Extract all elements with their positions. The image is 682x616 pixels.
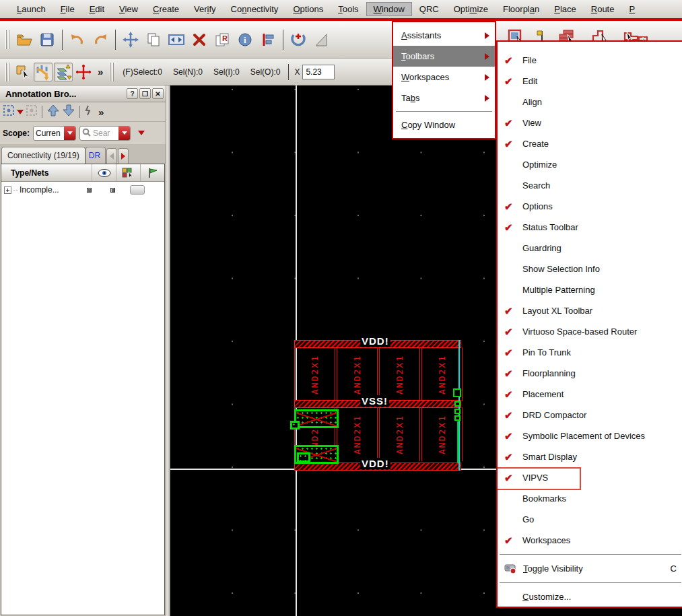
scope-dropdown-icon[interactable] <box>64 127 75 140</box>
tab-drc[interactable]: DR <box>86 147 106 164</box>
menu-view[interactable]: View <box>112 2 145 16</box>
toolbar-overflow[interactable]: » <box>94 66 107 77</box>
next-arrow-icon[interactable] <box>62 104 75 120</box>
menu-create[interactable]: Create <box>145 2 186 16</box>
zoom-to-fit-icon[interactable] <box>3 104 15 119</box>
close-button[interactable]: ✕ <box>152 88 164 99</box>
toolbars-submenu-item-floorplanning[interactable]: ✔Floorplanning <box>498 363 682 384</box>
toolbars-submenu-item-show-selection-info[interactable]: Show Selection Info <box>498 259 682 279</box>
toolbars-submenu-item-go[interactable]: Go <box>498 509 682 530</box>
visibility-eye-icon[interactable] <box>92 164 116 181</box>
toolbars-submenu-item-status-toolbar[interactable]: ✔Status Toolbar <box>498 217 682 238</box>
expand-icon[interactable] <box>4 186 11 194</box>
menu-verify[interactable]: Verify <box>186 2 224 16</box>
menu-options[interactable]: Options <box>285 2 331 16</box>
toolbars-submenu-item-toggle-visibility[interactable]: Toggle VisibilityC <box>498 558 682 579</box>
menu-edit[interactable]: Edit <box>82 2 112 16</box>
copy-icon[interactable] <box>143 29 164 50</box>
visibility-checkbox[interactable] <box>87 188 92 193</box>
toolbars-submenu-item-workspaces[interactable]: ✔Workspaces <box>498 530 682 551</box>
selectability-layers-icon[interactable] <box>116 164 140 181</box>
standard-cell[interactable]: AND2X1 <box>337 407 378 461</box>
float-button[interactable]: ❐ <box>139 88 151 99</box>
align-icon[interactable] <box>257 29 279 50</box>
undo-icon[interactable] <box>67 29 88 50</box>
menu-route[interactable]: Route <box>584 2 622 16</box>
selected-shape-1[interactable] <box>294 409 339 428</box>
toolbars-submenu-item-bookmarks[interactable]: Bookmarks <box>498 488 682 509</box>
tab-scroll-right-icon[interactable] <box>118 148 129 164</box>
previous-arrow-icon[interactable] <box>46 104 60 120</box>
menu-p[interactable]: P <box>621 2 642 16</box>
toolbars-submenu-item-optimize[interactable]: Optimize <box>498 154 682 175</box>
help-button[interactable]: ? <box>127 88 138 99</box>
toolbars-submenu-item-customize[interactable]: Customize... <box>498 586 682 607</box>
ruler-icon[interactable] <box>310 29 332 50</box>
redo-icon[interactable] <box>90 29 111 50</box>
zoom-selected-icon[interactable] <box>26 104 38 119</box>
stretch-icon[interactable] <box>166 29 187 50</box>
flag-column-icon[interactable] <box>140 164 164 181</box>
standard-cell[interactable]: AND2X1 <box>379 407 420 461</box>
selectability-checkbox[interactable] <box>110 188 115 193</box>
menu-floorplan[interactable]: Floorplan <box>496 2 547 16</box>
standard-cell[interactable]: AND2X1 <box>337 347 378 401</box>
open-icon[interactable] <box>13 29 35 50</box>
x-coordinate-input[interactable] <box>302 65 335 79</box>
window-menu-item-workspaces[interactable]: Workspaces <box>393 67 495 88</box>
probe-icon[interactable] <box>84 105 92 118</box>
window-menu-item-copy-window[interactable]: Copy Window <box>393 114 495 135</box>
menu-connectivity[interactable]: Connectivity <box>224 2 286 16</box>
selmode-icon[interactable] <box>13 63 32 81</box>
refresh-icon[interactable] <box>287 29 309 50</box>
standard-cell[interactable]: AND2X1 <box>294 347 335 401</box>
window-menu-item-tabs[interactable]: Tabs <box>393 88 495 108</box>
route-icon[interactable] <box>34 63 53 81</box>
search-dropdown-icon[interactable] <box>118 127 130 140</box>
toolbars-submenu-item-symbolic-placement-of-devices[interactable]: ✔Symbolic Placement of Devices <box>498 425 682 446</box>
selected-shape-2-notch[interactable] <box>297 452 310 463</box>
toolbars-submenu-item-guardring[interactable]: Guardring <box>498 238 682 259</box>
menu-qrc[interactable]: QRC <box>412 2 446 16</box>
toolbars-submenu-item-pin-to-trunk[interactable]: ✔Pin To Trunk <box>498 342 682 363</box>
flag-cell[interactable] <box>130 185 145 195</box>
panel-toolbar-overflow[interactable]: » <box>94 106 108 118</box>
toolbars-submenu-item-drd-compactor[interactable]: ✔DRD Compactor <box>498 405 682 425</box>
menu-file[interactable]: File <box>53 2 82 16</box>
query-icon[interactable]: i <box>234 29 256 50</box>
tree-row-incomplete-nets[interactable]: ·· Incomple... <box>1 182 164 198</box>
toolbars-submenu-item-edit[interactable]: ✔Edit <box>498 71 682 92</box>
move-icon[interactable] <box>120 29 141 50</box>
toolbars-submenu-item-options[interactable]: ✔Options <box>498 196 682 217</box>
toolbars-submenu-item-virtuoso-space-based-router[interactable]: ✔Virtuoso Space-based Router <box>498 321 682 342</box>
zoom-dropdown-arrow-icon[interactable] <box>17 110 24 114</box>
delete-icon[interactable] <box>189 29 210 50</box>
crosshair-icon[interactable] <box>74 63 93 81</box>
toolbars-submenu-item-align[interactable]: Align <box>498 92 682 112</box>
menu-tools[interactable]: Tools <box>331 2 366 16</box>
menu-window[interactable]: Window <box>366 2 412 16</box>
save-icon[interactable] <box>36 29 58 50</box>
toolbars-submenu-item-smart-display[interactable]: ✔Smart Display <box>498 446 682 467</box>
menu-optimize[interactable]: Optimize <box>446 2 496 16</box>
window-menu-item-toolbars[interactable]: Toolbars <box>393 46 495 67</box>
toolbars-submenu-item-create[interactable]: ✔Create <box>498 133 682 154</box>
net-pin-3[interactable] <box>454 409 461 414</box>
toolbars-submenu-item-multiple-patterning[interactable]: Multiple Patterning <box>498 279 682 300</box>
net-pin-2[interactable] <box>454 401 461 407</box>
toolbar-grip[interactable] <box>5 30 10 49</box>
menu-launch[interactable]: Launch <box>9 2 53 16</box>
type-nets-header[interactable]: Type/Nets <box>1 164 92 181</box>
properties-icon[interactable]: R <box>211 29 233 50</box>
scope-select[interactable]: Curren <box>33 126 76 141</box>
toolbars-submenu-item-file[interactable]: ✔File <box>498 50 682 71</box>
toolbars-submenu-item-vipvs[interactable]: ✔VIPVS <box>498 467 682 488</box>
menu-place[interactable]: Place <box>547 2 584 16</box>
tab-connectivity[interactable]: Connectivity (19/19) <box>1 147 86 164</box>
search-box[interactable]: Sear <box>79 126 131 141</box>
toolbar-grip[interactable] <box>110 63 114 81</box>
net-pin-1[interactable] <box>453 388 461 397</box>
scope-extra-dropdown-icon[interactable] <box>138 131 145 135</box>
toolbars-submenu-item-view[interactable]: ✔View <box>498 112 682 133</box>
toolbar-grip[interactable] <box>5 63 10 81</box>
